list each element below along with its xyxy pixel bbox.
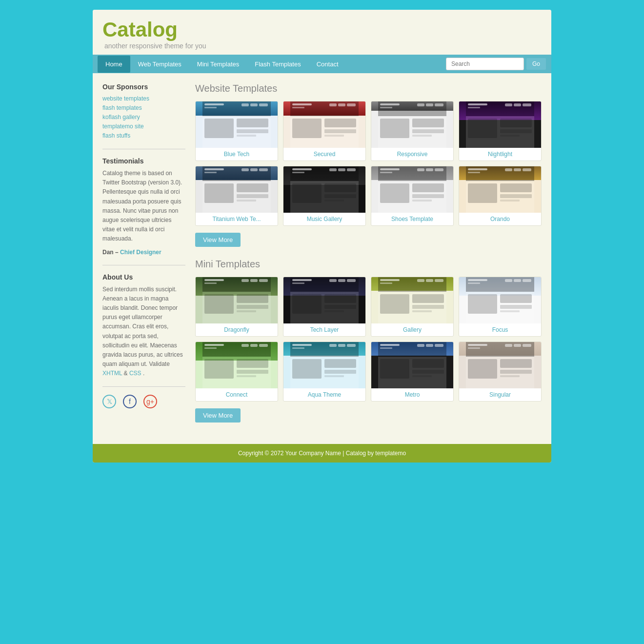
svg-rect-85 — [500, 183, 532, 192]
svg-rect-139 — [204, 359, 234, 379]
nav-item-mini-templates[interactable]: Mini Templates — [189, 56, 247, 73]
template-label: Nightlight — [459, 148, 541, 161]
template-card[interactable]: Tech Layer — [283, 277, 366, 337]
svg-rect-112 — [380, 279, 400, 281]
twitter-icon[interactable]: 𝕏 — [102, 395, 116, 408]
svg-rect-149 — [347, 344, 356, 347]
css-link[interactable]: CSS — [129, 370, 141, 377]
svg-rect-113 — [380, 282, 392, 284]
template-label: Shoes Template — [371, 213, 453, 225]
svg-rect-7 — [204, 119, 234, 138]
svg-rect-75 — [412, 194, 444, 198]
social-icons: 𝕏 f g+ — [102, 395, 185, 408]
svg-rect-145 — [292, 344, 312, 346]
template-card[interactable]: Secured — [283, 101, 366, 161]
template-label: Gallery — [371, 323, 453, 336]
svg-rect-115 — [426, 279, 433, 282]
search-button[interactable]: Go — [526, 58, 546, 70]
template-card[interactable]: Singular — [459, 342, 542, 402]
website-templates-grid: Blue Tech Secured Responsive — [195, 101, 542, 226]
nav-item-home[interactable]: Home — [98, 56, 130, 73]
svg-rect-97 — [237, 305, 268, 309]
svg-rect-8 — [237, 119, 268, 127]
xhtml-link[interactable]: XHTML — [102, 370, 122, 377]
template-card[interactable]: Aqua Theme — [283, 342, 366, 402]
sponsor-link[interactable]: website templates — [102, 95, 149, 102]
nav-item-web-templates[interactable]: Web Templates — [130, 56, 189, 73]
sponsor-link[interactable]: templatemo site — [102, 123, 144, 130]
gplus-icon[interactable]: g+ — [143, 395, 157, 408]
template-thumbnail — [459, 166, 541, 213]
svg-rect-147 — [329, 344, 337, 347]
template-label: Focus — [459, 323, 541, 336]
svg-rect-60 — [338, 168, 345, 171]
svg-rect-168 — [468, 347, 480, 349]
svg-rect-14 — [292, 107, 304, 108]
svg-rect-5 — [250, 103, 258, 106]
svg-rect-32 — [412, 135, 432, 137]
template-card[interactable]: Connect — [195, 342, 278, 402]
template-card[interactable]: Dragonfly — [195, 277, 278, 337]
template-label: Titanium Web Te... — [196, 213, 278, 225]
svg-rect-71 — [426, 168, 433, 171]
svg-rect-102 — [292, 282, 304, 284]
sponsor-link[interactable]: flash templates — [102, 104, 142, 111]
sponsors-section: Our Sponsors website templatesflash temp… — [102, 83, 185, 149]
template-card[interactable]: Shoes Template — [371, 166, 454, 226]
template-card[interactable]: Focus — [459, 277, 542, 337]
svg-rect-172 — [468, 359, 497, 379]
template-card[interactable]: Music Gallery — [283, 166, 366, 226]
svg-rect-49 — [250, 168, 258, 171]
search-input[interactable] — [446, 58, 524, 70]
template-thumbnail — [196, 342, 278, 388]
svg-rect-137 — [250, 344, 258, 347]
svg-rect-30 — [412, 119, 444, 127]
template-card[interactable]: Blue Tech — [195, 101, 278, 161]
template-card[interactable]: Gallery — [371, 277, 454, 337]
template-thumbnail — [371, 342, 453, 388]
template-card[interactable]: Orando — [459, 166, 542, 226]
svg-rect-54 — [237, 200, 256, 201]
testimonials-role-link[interactable]: Chief Designer — [120, 249, 161, 256]
nav-item-contact[interactable]: Contact — [309, 56, 346, 73]
svg-rect-86 — [500, 194, 532, 198]
svg-rect-94 — [259, 279, 268, 282]
nav-item-flash-templates[interactable]: Flash Templates — [247, 56, 308, 73]
template-thumbnail — [196, 277, 278, 323]
template-label: Aqua Theme — [283, 388, 365, 401]
svg-rect-108 — [324, 305, 356, 309]
template-thumbnail — [196, 166, 278, 213]
svg-rect-104 — [338, 279, 345, 282]
template-card[interactable]: Nightlight — [459, 101, 542, 161]
svg-rect-124 — [468, 282, 480, 284]
svg-rect-83 — [523, 168, 531, 171]
svg-rect-27 — [426, 103, 433, 106]
template-label: Secured — [283, 148, 365, 161]
svg-rect-72 — [435, 168, 443, 171]
template-card[interactable]: Titanium Web Te... — [195, 166, 278, 226]
sponsor-link[interactable]: koflash gallery — [102, 114, 140, 121]
mini-view-more-button[interactable]: View More — [195, 408, 241, 423]
facebook-icon[interactable]: f — [123, 395, 137, 408]
nav-items: HomeWeb TemplatesMini TemplatesFlash Tem… — [98, 56, 446, 73]
svg-rect-93 — [250, 279, 258, 282]
template-card[interactable]: Metro — [371, 342, 454, 402]
footer-text: Copyright © 2072 Your Company Name | Cat… — [238, 450, 406, 457]
svg-rect-119 — [412, 305, 444, 309]
svg-rect-109 — [324, 310, 344, 312]
svg-rect-76 — [412, 200, 432, 201]
template-thumbnail — [371, 277, 453, 323]
svg-rect-82 — [514, 168, 521, 171]
svg-rect-19 — [324, 119, 356, 127]
template-label: Responsive — [371, 148, 453, 161]
svg-rect-90 — [204, 279, 224, 281]
website-view-more-button[interactable]: View More — [195, 233, 241, 247]
footer: Copyright © 2072 Your Company Name | Cat… — [93, 444, 551, 463]
sponsor-link[interactable]: flash stuffs — [102, 132, 130, 139]
svg-rect-9 — [237, 129, 268, 133]
svg-rect-136 — [242, 344, 249, 347]
template-card[interactable]: Responsive — [371, 101, 454, 161]
svg-rect-47 — [204, 172, 217, 173]
about-title: About Us — [102, 273, 185, 281]
template-thumbnail — [371, 166, 453, 213]
